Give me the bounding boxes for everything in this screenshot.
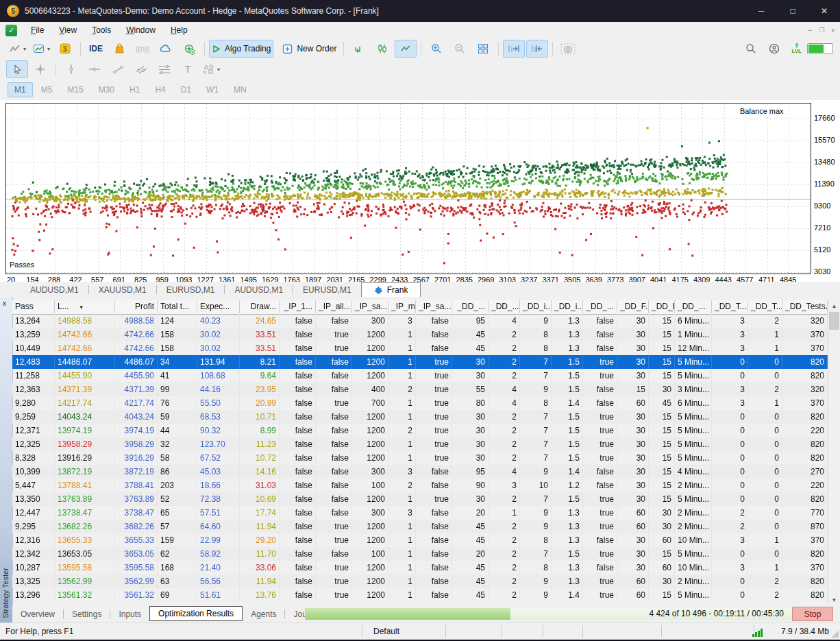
timeframe-m30[interactable]: M30 xyxy=(92,82,121,97)
table-row[interactable]: 13,29613561.323561.326951.6113.76falsetr… xyxy=(12,588,828,602)
table-row[interactable]: 9,29513682.263682.265764.6011.94falsetru… xyxy=(12,520,828,533)
resize-grip[interactable] xyxy=(832,631,839,638)
table-row[interactable]: 12,44713738.473738.476557.5117.74falsefa… xyxy=(12,506,828,520)
table-row[interactable]: 10,44914742.664742.6615830.0233.51falset… xyxy=(12,341,828,355)
chart-tab-eurusd-m1[interactable]: EURUSD,M1 xyxy=(293,283,361,297)
column-header-8[interactable]: _IP_sa... xyxy=(352,300,388,313)
cursor-tool-button[interactable] xyxy=(6,60,28,78)
table-row[interactable]: 10,39913872.193872.198645.0314.16falsefa… xyxy=(12,465,828,479)
vps-button[interactable] xyxy=(155,40,177,58)
stop-button[interactable]: Stop xyxy=(792,607,833,621)
menu-help[interactable]: Help xyxy=(163,23,195,37)
search-button[interactable] xyxy=(740,40,762,58)
menu-view[interactable]: View xyxy=(51,23,84,37)
account-button[interactable] xyxy=(763,40,785,58)
screenshot-button[interactable] xyxy=(557,40,579,58)
timeframe-mn[interactable]: MN xyxy=(227,82,254,97)
zoom-in-button[interactable] xyxy=(425,40,447,58)
panel-close-icon[interactable]: x xyxy=(3,300,6,307)
column-header-19[interactable]: _DD_T... xyxy=(712,300,748,313)
column-header-6[interactable]: _IP_1... xyxy=(280,300,316,313)
table-row[interactable]: 11,25814455.904455.9041108.689.64falsefa… xyxy=(12,369,828,383)
column-header-3[interactable]: Total t... xyxy=(158,300,197,313)
column-header-0[interactable]: Pass xyxy=(12,300,55,313)
fibonacci-tool-button[interactable] xyxy=(153,60,175,78)
column-header-10[interactable]: _IP_sa... xyxy=(416,300,452,313)
column-header-11[interactable]: _DD_... xyxy=(452,300,489,313)
chart-tab-frank[interactable]: Frank xyxy=(361,282,421,297)
minimize-icon[interactable]: ─ xyxy=(745,0,777,22)
column-header-21[interactable]: _DD_Tests... xyxy=(782,300,828,313)
timeframe-h4[interactable]: H4 xyxy=(148,82,172,97)
algo-trading-button[interactable]: Algo Trading xyxy=(209,40,273,58)
scrollbar-thumb[interactable] xyxy=(829,312,839,330)
timeframe-m5[interactable]: M5 xyxy=(34,82,60,97)
new-order-button[interactable]: New Order xyxy=(280,40,339,58)
tester-tab-settings[interactable]: Settings xyxy=(64,607,110,621)
table-row[interactable]: 9,28014217.744217.747655.5020.99falsetru… xyxy=(12,396,828,410)
column-header-13[interactable]: _DD_i... xyxy=(520,300,552,313)
shapes-tool-button[interactable]: ▾ xyxy=(200,60,223,78)
line-chart-mode-button[interactable] xyxy=(395,40,417,58)
column-header-20[interactable]: _DD_T... xyxy=(748,300,782,313)
chart-tab-audusd-m1[interactable]: AUDUSD,M1 xyxy=(21,283,88,297)
text-tool-button[interactable]: T xyxy=(177,60,199,78)
new-chart-button[interactable]: ▾ xyxy=(30,40,53,58)
chart-profile-button[interactable]: ▾ xyxy=(6,40,29,58)
tester-tab-agents[interactable]: Agents xyxy=(243,607,284,621)
column-header-12[interactable]: _DD_... xyxy=(489,300,520,313)
column-header-7[interactable]: _IP_all... xyxy=(316,300,352,313)
market-button[interactable] xyxy=(108,40,130,58)
tile-windows-button[interactable] xyxy=(472,40,494,58)
timeframe-h1[interactable]: H1 xyxy=(123,82,147,97)
mdi-restore-icon[interactable]: ❐ xyxy=(819,27,824,34)
crosshair-tool-button[interactable] xyxy=(29,60,51,78)
table-row[interactable]: 8,32813916.293916.295867.5210.72falsefal… xyxy=(12,451,828,465)
menu-file[interactable]: File xyxy=(23,23,51,37)
table-row[interactable]: 13,26414988.584988.5812440.2324.65falsef… xyxy=(12,314,828,328)
chart-tab-eurusd-m1[interactable]: EURUSD,M1 xyxy=(157,283,225,297)
table-scrollbar[interactable]: ▲ ▼ xyxy=(828,300,840,605)
scroll-up-icon[interactable]: ▲ xyxy=(828,300,840,311)
auto-scroll-button[interactable] xyxy=(526,40,548,58)
column-header-1[interactable]: L...▼ xyxy=(55,300,115,313)
chart-tab-audusd-m1[interactable]: AUDUSD,M1 xyxy=(225,283,293,297)
candle-chart-mode-button[interactable] xyxy=(371,40,393,58)
table-row[interactable]: 13,32513562.993562.996356.5611.94falsetr… xyxy=(12,575,828,588)
table-row[interactable]: 12,36314371.394371.399944.1623.95falsefa… xyxy=(12,383,828,396)
column-header-5[interactable]: Draw... xyxy=(240,300,280,313)
table-row[interactable]: 13,35013763.893763.895272.3810.69falsefa… xyxy=(12,492,828,506)
market-watch-button[interactable]: $ xyxy=(54,40,76,58)
column-header-16[interactable]: _DD_F... xyxy=(617,300,649,313)
tester-tab-overview[interactable]: Overview xyxy=(12,607,63,621)
signals-button[interactable]: ((o)) xyxy=(132,40,153,58)
profile-name[interactable]: Default xyxy=(373,627,399,636)
table-row[interactable]: 12,32513958.293958.2932123.7011.23falsef… xyxy=(12,437,828,451)
optimization-scatter-canvas[interactable] xyxy=(5,103,811,274)
tester-tab-optimization-results[interactable]: Optimization Results xyxy=(149,606,243,621)
table-row[interactable]: 5,44713788.413788.4120318.6631.03falsefa… xyxy=(12,479,828,492)
column-header-9[interactable]: _IP_m... xyxy=(388,300,416,313)
timeframe-m15[interactable]: M15 xyxy=(60,82,90,97)
menu-window[interactable]: Window xyxy=(119,23,163,37)
column-header-18[interactable]: _DD_... xyxy=(675,300,712,313)
table-row[interactable]: 12,31613655.333655.3315922.9929.20falset… xyxy=(12,533,828,547)
close-icon[interactable]: ✕ xyxy=(808,0,840,22)
vertical-line-tool-button[interactable] xyxy=(60,60,82,78)
mdi-minimize-icon[interactable]: ─ xyxy=(808,27,812,34)
timeframe-m1[interactable]: M1 xyxy=(8,82,33,97)
table-row[interactable]: 9,25914043.244043.245968.5310.71falsefal… xyxy=(12,410,828,424)
horizontal-line-tool-button[interactable] xyxy=(84,60,106,78)
table-row[interactable]: 12,34213653.053653.056258.9211.70falsefa… xyxy=(12,547,828,561)
menu-tools[interactable]: Tools xyxy=(84,23,119,37)
maximize-icon[interactable]: □ xyxy=(777,0,808,22)
column-header-14[interactable]: _DD_i... xyxy=(552,300,583,313)
mdi-close-icon[interactable]: x xyxy=(832,27,835,34)
column-header-2[interactable]: Profit xyxy=(115,300,158,313)
timeframe-w1[interactable]: W1 xyxy=(199,82,225,97)
tick-chart-mode-button[interactable] xyxy=(348,40,370,58)
web-terminal-button[interactable] xyxy=(178,40,200,58)
column-header-17[interactable]: _DD_F... xyxy=(649,300,675,313)
ide-button[interactable]: IDE xyxy=(85,40,107,58)
table-row[interactable]: 12,48314486.074486.0734131.948.21falsefa… xyxy=(12,355,828,369)
